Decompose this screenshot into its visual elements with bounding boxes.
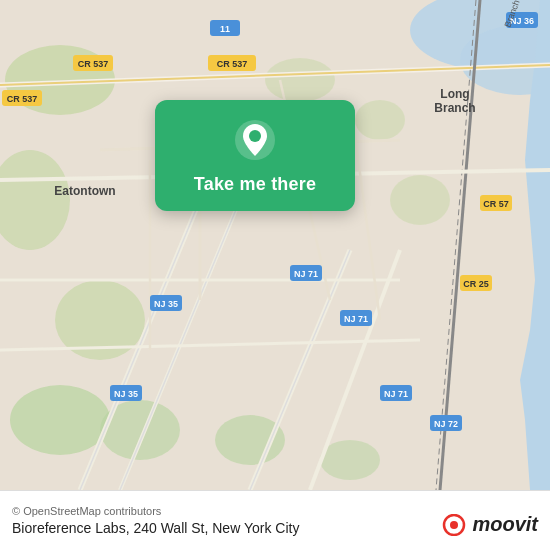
svg-text:NJ 72: NJ 72 [434, 419, 458, 429]
svg-point-11 [355, 100, 405, 140]
svg-text:CR 57: CR 57 [483, 199, 509, 209]
svg-text:CR 537: CR 537 [78, 59, 109, 69]
moovit-logo: moovit [440, 513, 538, 536]
svg-point-63 [249, 130, 261, 142]
svg-text:CR 537: CR 537 [217, 59, 248, 69]
svg-point-12 [265, 58, 335, 102]
svg-text:NJ 35: NJ 35 [114, 389, 138, 399]
svg-point-10 [390, 175, 450, 225]
take-me-there-button[interactable]: Take me there [194, 174, 316, 195]
svg-text:CR 537: CR 537 [7, 94, 38, 104]
svg-text:CR 25: CR 25 [463, 279, 489, 289]
moovit-icon [440, 514, 468, 536]
moovit-label: moovit [472, 513, 538, 536]
popup-card: Take me there [155, 100, 355, 211]
svg-point-65 [450, 521, 458, 529]
svg-text:NJ 71: NJ 71 [344, 314, 368, 324]
svg-point-9 [320, 440, 380, 480]
svg-point-8 [215, 415, 285, 465]
svg-point-6 [10, 385, 110, 455]
svg-text:NJ 71: NJ 71 [384, 389, 408, 399]
location-pin-icon [233, 118, 277, 162]
map-container: CR 537 CR 537 11 NJ 36 NJ 35 NJ 35 NJ 71… [0, 0, 550, 490]
svg-text:11: 11 [220, 24, 230, 34]
svg-text:NJ 71: NJ 71 [294, 269, 318, 279]
svg-text:Eatontown: Eatontown [54, 184, 115, 198]
svg-text:Long: Long [440, 87, 469, 101]
bottom-bar: © OpenStreetMap contributors Bioreferenc… [0, 490, 550, 550]
map-svg: CR 537 CR 537 11 NJ 36 NJ 35 NJ 35 NJ 71… [0, 0, 550, 490]
svg-text:Branch: Branch [434, 101, 475, 115]
svg-text:NJ 35: NJ 35 [154, 299, 178, 309]
